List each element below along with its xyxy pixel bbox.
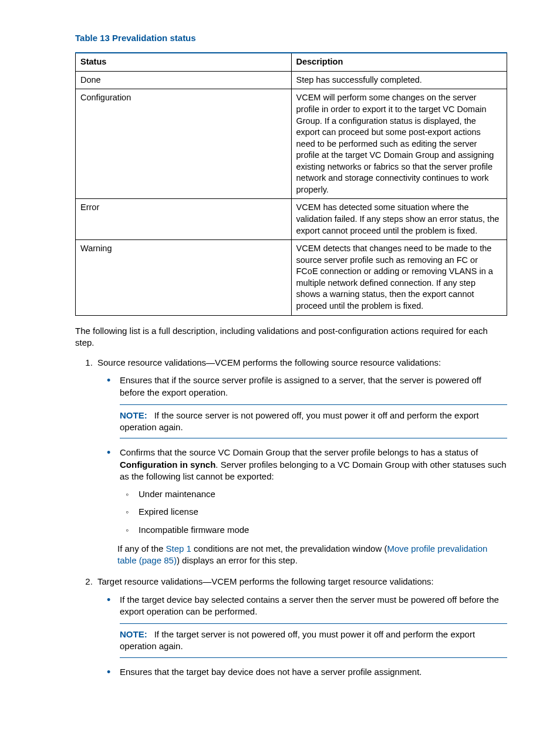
note-box: NOTE:If the target server is not powered… bbox=[120, 623, 507, 658]
cell-desc: VCEM will perform some changes on the se… bbox=[291, 89, 507, 199]
table-row: Warning VCEM detects that changes need t… bbox=[76, 240, 507, 315]
step-1-lead: Source resource validations—VCEM perform… bbox=[97, 357, 441, 367]
sub-bullet: Expired license bbox=[139, 506, 507, 518]
note-text: If the target server is not powered off,… bbox=[120, 629, 475, 651]
cell-status: Warning bbox=[76, 240, 292, 315]
col-header-description: Description bbox=[291, 53, 507, 71]
bold-config-in-synch: Configuration in synch bbox=[120, 460, 215, 470]
step2-bullet-1: If the target device bay selected contai… bbox=[120, 594, 507, 658]
cell-status: Done bbox=[76, 71, 292, 89]
cell-desc: VCEM detects that changes need to be mad… bbox=[291, 240, 507, 315]
cell-desc: Step has successfully completed. bbox=[291, 71, 507, 89]
cell-desc: VCEM has detected some situation where t… bbox=[291, 199, 507, 240]
if-any-para: If any of the Step 1 conditions are not … bbox=[117, 543, 507, 567]
note-box: NOTE:If the source server is not powered… bbox=[120, 404, 507, 439]
step2-bullet-2: Ensures that the target bay device does … bbox=[120, 666, 507, 678]
step-2: Target resource validations—VCEM perform… bbox=[95, 576, 507, 678]
note-label: NOTE: bbox=[120, 629, 147, 639]
step1-bullet-2: Confirms that the source VC Domain Group… bbox=[120, 447, 507, 536]
step-1: Source resource validations—VCEM perform… bbox=[95, 357, 507, 566]
link-step1[interactable]: Step 1 bbox=[166, 544, 191, 553]
table-row: Error VCEM has detected some situation w… bbox=[76, 199, 507, 240]
cell-status: Configuration bbox=[76, 89, 292, 199]
cell-status: Error bbox=[76, 199, 292, 240]
table-title: Table 13 Prevalidation status bbox=[75, 32, 507, 44]
table-row: Configuration VCEM will perform some cha… bbox=[76, 89, 507, 199]
step1-bullet-1: Ensures that if the source server profil… bbox=[120, 374, 507, 438]
sub-bullet: Incompatible firmware mode bbox=[139, 524, 507, 536]
prevalidation-status-table: Status Description Done Step has success… bbox=[75, 52, 507, 315]
sub-bullet: Under maintenance bbox=[139, 488, 507, 500]
table-header-row: Status Description bbox=[76, 53, 507, 71]
col-header-status: Status bbox=[76, 53, 292, 71]
step-2-lead: Target resource validations—VCEM perform… bbox=[97, 576, 434, 586]
note-text: If the source server is not powered off,… bbox=[120, 410, 479, 432]
intro-paragraph: The following list is a full description… bbox=[75, 325, 507, 349]
note-label: NOTE: bbox=[120, 410, 147, 420]
table-row: Done Step has successfully completed. bbox=[76, 71, 507, 89]
steps-list: Source resource validations—VCEM perform… bbox=[75, 357, 507, 678]
